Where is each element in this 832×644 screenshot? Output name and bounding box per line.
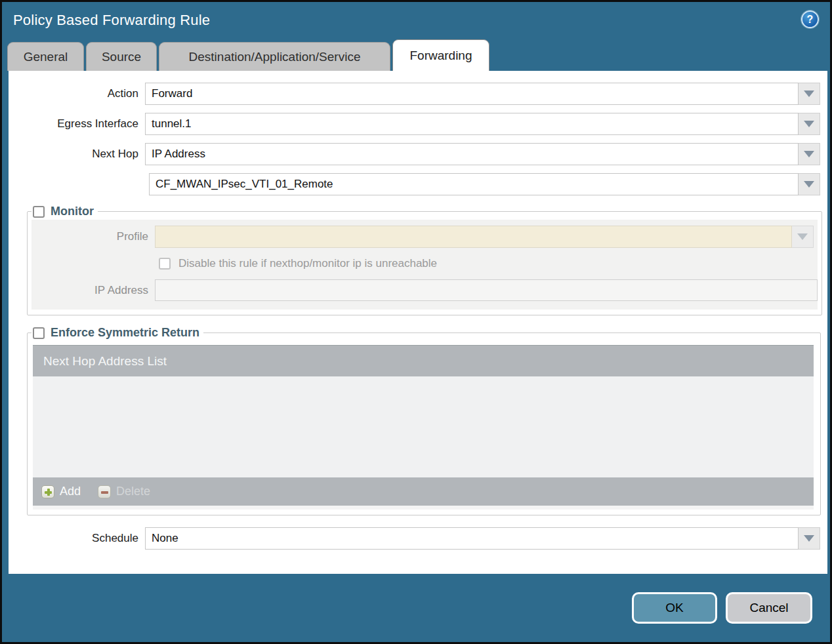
chevron-down-icon — [804, 181, 814, 188]
delete-icon — [98, 485, 111, 498]
policy-based-forwarding-dialog: Policy Based Forwarding Rule ? General S… — [0, 0, 832, 644]
profile-dropdown — [155, 226, 814, 248]
table-bottom-strip — [33, 506, 814, 510]
tab-bar: General Source Destination/Application/S… — [2, 39, 830, 71]
dialog-titlebar: Policy Based Forwarding Rule ? — [2, 2, 830, 39]
egress-interface-dropdown-button[interactable] — [799, 113, 820, 135]
add-button-label: Add — [60, 485, 81, 498]
delete-button: Delete — [98, 485, 150, 498]
tab-forwarding[interactable]: Forwarding — [392, 39, 489, 71]
next-hop-row: Next Hop IP Address — [9, 143, 827, 165]
chevron-down-icon — [804, 151, 814, 157]
egress-interface-label: Egress Interface — [9, 117, 145, 131]
action-dropdown-button[interactable] — [799, 83, 820, 105]
monitor-legend: Monitor — [31, 205, 98, 218]
egress-interface-dropdown[interactable]: tunnel.1 — [145, 113, 820, 135]
monitor-ip-row: IP Address — [31, 279, 818, 301]
delete-button-label: Delete — [116, 485, 150, 498]
symmetric-return-checkbox[interactable] — [33, 327, 45, 339]
next-hop-type-value[interactable]: IP Address — [145, 143, 799, 165]
monitor-fieldset: Monitor Profile Disable this rule if nex… — [27, 205, 822, 315]
next-hop-address-list-header: Next Hop Address List — [33, 345, 814, 376]
chevron-down-icon — [804, 91, 814, 97]
schedule-value[interactable]: None — [145, 527, 799, 550]
disable-rule-row: Disable this rule if nexthop/monitor ip … — [159, 257, 818, 270]
schedule-row: Schedule None — [9, 527, 827, 550]
next-hop-address-value[interactable]: CF_MWAN_IPsec_VTI_01_Remote — [149, 173, 799, 195]
dialog-footer: OK Cancel — [2, 574, 830, 640]
tab-general[interactable]: General — [7, 42, 84, 71]
next-hop-address-row: CF_MWAN_IPsec_VTI_01_Remote — [9, 173, 827, 195]
schedule-dropdown-button[interactable] — [799, 527, 820, 550]
next-hop-type-dropdown-button[interactable] — [799, 143, 820, 165]
chevron-down-icon — [804, 121, 814, 127]
monitor-ip-label: IP Address — [31, 284, 155, 297]
next-hop-address-dropdown[interactable]: CF_MWAN_IPsec_VTI_01_Remote — [149, 173, 820, 195]
egress-interface-value[interactable]: tunnel.1 — [145, 113, 799, 135]
next-hop-label: Next Hop — [9, 148, 145, 161]
monitor-panel: Profile Disable this rule if nexthop/mon… — [31, 220, 818, 310]
next-hop-address-dropdown-button[interactable] — [799, 173, 820, 195]
schedule-label: Schedule — [9, 532, 145, 545]
disable-rule-checkbox — [159, 258, 171, 270]
tab-destination-application-service[interactable]: Destination/Application/Service — [159, 42, 390, 71]
chevron-down-icon — [797, 233, 808, 240]
symmetric-return-fieldset: Enforce Symmetric Return Next Hop Addres… — [27, 326, 821, 515]
action-label: Action — [9, 87, 145, 100]
monitor-checkbox[interactable] — [33, 206, 45, 218]
next-hop-address-list-table: Next Hop Address List Add Delete — [33, 345, 814, 510]
symmetric-return-legend: Enforce Symmetric Return — [31, 326, 203, 340]
add-icon — [41, 485, 54, 498]
action-value[interactable]: Forward — [145, 83, 799, 105]
add-button[interactable]: Add — [41, 485, 81, 498]
next-hop-address-list-header-label: Next Hop Address List — [43, 354, 167, 369]
next-hop-address-list-toolbar: Add Delete — [33, 477, 814, 506]
profile-row: Profile — [31, 226, 818, 248]
monitor-legend-label: Monitor — [51, 205, 94, 218]
schedule-dropdown[interactable]: None — [145, 527, 820, 550]
ok-button[interactable]: OK — [632, 592, 717, 624]
profile-dropdown-button — [792, 226, 814, 248]
profile-label: Profile — [31, 230, 155, 243]
forwarding-tab-panel: Action Forward Egress Interface tunnel.1… — [9, 71, 827, 574]
action-dropdown[interactable]: Forward — [145, 83, 820, 105]
tab-source[interactable]: Source — [86, 42, 157, 71]
symmetric-return-legend-label: Enforce Symmetric Return — [51, 326, 199, 340]
next-hop-address-list-body[interactable] — [33, 376, 814, 477]
profile-value — [155, 226, 792, 248]
disable-rule-label: Disable this rule if nexthop/monitor ip … — [178, 257, 437, 270]
action-row: Action Forward — [9, 83, 827, 105]
chevron-down-icon — [804, 535, 814, 542]
cancel-button[interactable]: Cancel — [726, 592, 812, 624]
next-hop-type-dropdown[interactable]: IP Address — [145, 143, 820, 165]
egress-interface-row: Egress Interface tunnel.1 — [9, 113, 827, 135]
help-icon[interactable]: ? — [801, 10, 819, 28]
dialog-title: Policy Based Forwarding Rule — [13, 12, 210, 29]
monitor-ip-input — [155, 279, 818, 301]
